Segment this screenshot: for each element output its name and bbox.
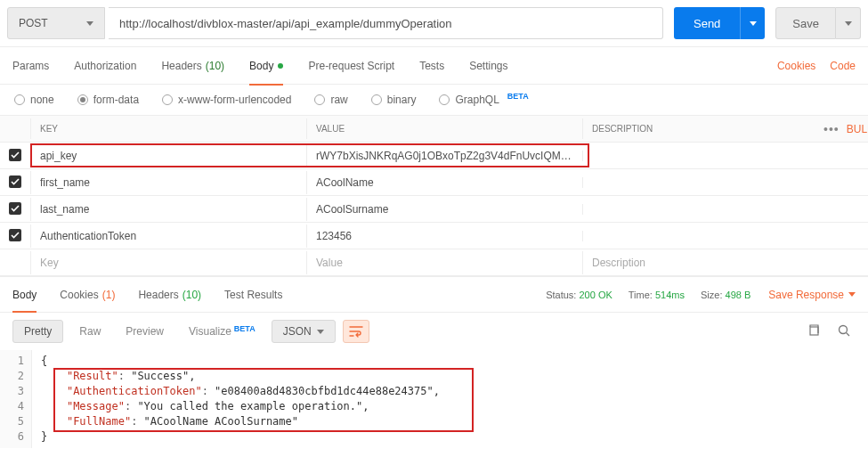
more-options-icon[interactable]: ••• bbox=[823, 122, 840, 136]
method-select[interactable]: POST bbox=[7, 7, 105, 39]
send-dropdown-button[interactable] bbox=[740, 7, 765, 39]
radio-raw[interactable]: raw bbox=[314, 94, 347, 106]
format-select[interactable]: JSON bbox=[272, 320, 336, 343]
copy-icon[interactable] bbox=[802, 324, 825, 339]
cookies-link[interactable]: Cookies bbox=[777, 60, 815, 72]
tab-headers[interactable]: Headers (10) bbox=[161, 47, 224, 85]
tab-prerequest[interactable]: Pre-request Script bbox=[308, 47, 394, 85]
tab-authorization[interactable]: Authorization bbox=[74, 47, 136, 85]
resp-tab-body[interactable]: Body bbox=[12, 277, 37, 313]
preview-button[interactable]: Preview bbox=[117, 320, 173, 343]
radio-xwww[interactable]: x-www-form-urlencoded bbox=[162, 94, 291, 106]
chevron-down-icon bbox=[848, 292, 856, 297]
method-value: POST bbox=[19, 17, 48, 29]
response-body[interactable]: 123456 { "Result": "Success", "Authentic… bbox=[0, 350, 868, 448]
checkbox-icon[interactable] bbox=[9, 175, 21, 188]
tab-params[interactable]: Params bbox=[12, 47, 49, 85]
radio-none[interactable]: none bbox=[14, 94, 54, 106]
time-label: Time: 514ms bbox=[629, 290, 685, 300]
pretty-button[interactable]: Pretty bbox=[12, 320, 63, 343]
checkbox-icon[interactable] bbox=[9, 229, 21, 241]
save-dropdown-button[interactable] bbox=[836, 7, 861, 39]
json-code[interactable]: { "Result": "Success", "AuthenticationTo… bbox=[32, 350, 449, 448]
search-icon[interactable] bbox=[832, 324, 856, 339]
save-button[interactable]: Save bbox=[775, 7, 836, 39]
radio-graphql[interactable]: GraphQLBETA bbox=[439, 94, 528, 106]
response-tabs: Body Cookies (1) Headers (10) Test Resul… bbox=[0, 276, 868, 312]
url-input[interactable] bbox=[109, 7, 663, 39]
tab-body[interactable]: Body bbox=[249, 47, 283, 85]
code-link[interactable]: Code bbox=[830, 60, 856, 72]
chevron-down-icon bbox=[845, 21, 852, 26]
bulk-edit-link[interactable]: Bulk Edit bbox=[847, 123, 868, 135]
radio-form-data[interactable]: form-data bbox=[77, 94, 139, 106]
chevron-down-icon bbox=[750, 21, 757, 26]
table-row[interactable]: last_name ACoolSurname bbox=[0, 196, 868, 223]
tab-headers-label: Headers bbox=[161, 60, 201, 72]
save-response-button[interactable]: Save Response bbox=[768, 289, 856, 301]
resp-tab-cookies[interactable]: Cookies (1) bbox=[60, 277, 115, 313]
line-gutter: 123456 bbox=[0, 350, 32, 448]
tab-settings[interactable]: Settings bbox=[469, 47, 507, 85]
tab-headers-count: (10) bbox=[206, 60, 224, 72]
raw-button[interactable]: Raw bbox=[70, 320, 110, 343]
resp-tab-test-results[interactable]: Test Results bbox=[224, 277, 282, 313]
resp-tab-headers[interactable]: Headers (10) bbox=[138, 277, 201, 313]
radio-binary[interactable]: binary bbox=[371, 94, 417, 106]
svg-rect-0 bbox=[810, 327, 818, 335]
col-key: KEY bbox=[30, 118, 306, 139]
col-value: VALUE bbox=[306, 118, 582, 139]
tab-tests[interactable]: Tests bbox=[419, 47, 444, 85]
chevron-down-icon bbox=[86, 21, 93, 26]
chevron-down-icon bbox=[317, 330, 324, 334]
url-bar: POST Send Save bbox=[0, 0, 868, 47]
form-data-table: KEY VALUE DESCRIPTION ••• Bulk Edit api_… bbox=[0, 116, 868, 276]
status-label: Status: 200 OK bbox=[546, 290, 612, 300]
indicator-dot-icon bbox=[278, 63, 283, 69]
table-row[interactable]: AuthenticationToken 123456 bbox=[0, 223, 868, 249]
response-toolbar: Pretty Raw Preview VisualizeBETA JSON bbox=[0, 312, 868, 350]
col-description: DESCRIPTION bbox=[582, 118, 815, 139]
table-header: KEY VALUE DESCRIPTION ••• Bulk Edit bbox=[0, 116, 868, 143]
send-button[interactable]: Send bbox=[674, 7, 740, 39]
table-row[interactable]: first_name ACoolName bbox=[0, 169, 868, 196]
body-type-row: none form-data x-www-form-urlencoded raw… bbox=[0, 85, 868, 116]
table-row-new[interactable]: Key Value Description bbox=[0, 249, 868, 276]
table-row[interactable]: api_key rWY7bXisJNKRqAG0j1OBxoTpZ2g3V4dF… bbox=[0, 143, 868, 169]
tab-body-label: Body bbox=[249, 60, 273, 72]
checkbox-icon[interactable] bbox=[9, 202, 21, 215]
wrap-lines-button[interactable] bbox=[343, 320, 369, 343]
size-label: Size: 498 B bbox=[701, 290, 750, 300]
visualize-button[interactable]: VisualizeBETA bbox=[180, 320, 264, 343]
svg-point-1 bbox=[840, 325, 848, 333]
checkbox-icon[interactable] bbox=[9, 149, 21, 161]
request-tabs: Params Authorization Headers (10) Body P… bbox=[0, 47, 868, 85]
